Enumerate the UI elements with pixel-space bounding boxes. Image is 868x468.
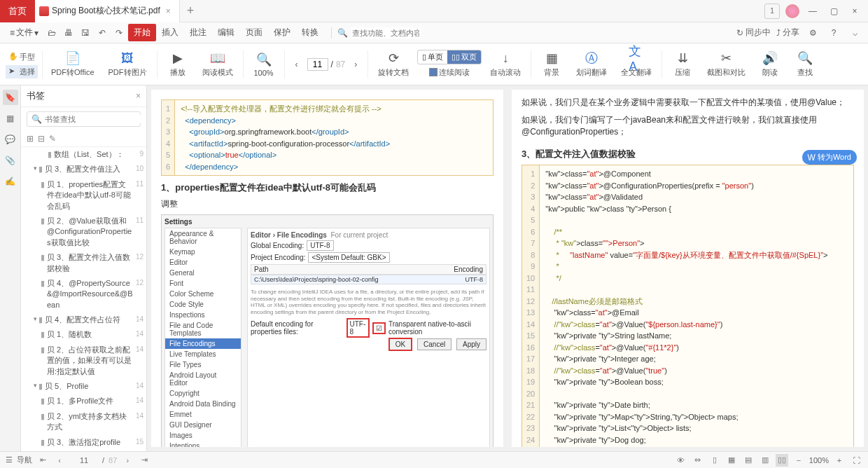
print-icon[interactable]: 🖶 — [61, 25, 76, 41]
tool-screenshot[interactable]: ✂截图和对比 — [701, 48, 751, 81]
tab-close-icon[interactable]: × — [163, 6, 174, 16]
page-next-icon[interactable]: › — [348, 57, 363, 72]
status-zoom[interactable]: 100% — [809, 456, 829, 464]
view-mode-1-icon[interactable]: ▦ — [725, 454, 738, 467]
sidebar-close-icon[interactable]: × — [136, 91, 141, 101]
zoom-out-icon[interactable]: − — [792, 454, 805, 467]
page-prev-icon[interactable]: ‹ — [289, 57, 304, 72]
convert-to-word-button[interactable]: W 转为Word — [802, 150, 857, 165]
undo-icon[interactable]: ↶ — [94, 25, 110, 41]
sidebar-search[interactable]: 🔍 — [27, 111, 141, 127]
collapse-all-icon[interactable]: ⊟ — [38, 134, 45, 144]
nav-prev-icon[interactable]: ‹ — [53, 454, 66, 467]
status-page[interactable]: 11 — [70, 456, 98, 464]
sync-status[interactable]: ↻ 同步中 — [736, 27, 771, 39]
file-menu[interactable]: ≡ 文件 ▾ — [6, 25, 43, 40]
tab-home[interactable]: 首页 — [0, 0, 35, 22]
view-double[interactable]: ▯▯ 双页 — [447, 50, 481, 64]
settings-icon[interactable]: ⚙ — [805, 25, 820, 41]
tool-word-translate[interactable]: Ⓐ划词翻译 — [570, 48, 612, 81]
save-icon[interactable]: 🖫 — [78, 25, 93, 41]
window-count: 1 — [764, 4, 780, 19]
tool-hand[interactable]: ✋手型 — [6, 50, 38, 64]
view-mode-2-icon[interactable]: ▤ — [742, 454, 755, 467]
sidebar-search-input[interactable] — [45, 115, 141, 123]
page-total: 87 — [336, 60, 345, 69]
open-icon[interactable]: 🗁 — [44, 25, 59, 41]
nav-last-icon[interactable]: ⇥ — [138, 454, 150, 467]
help-icon[interactable]: ? — [826, 25, 841, 41]
menu-插入[interactable]: 插入 — [156, 24, 184, 41]
bookmark-item[interactable]: ▮贝 1、多Profile文件14 — [21, 394, 146, 408]
tool-find[interactable]: 🔍查找 — [789, 48, 821, 81]
menu-批注[interactable]: 批注 — [184, 24, 212, 41]
label-adjust: 调整 — [161, 198, 493, 210]
bookmark-item[interactable]: ▮贝 2、yml支持多文档块方式14 — [21, 409, 146, 435]
tool-play[interactable]: ▶播放 — [162, 48, 194, 81]
close-window-icon[interactable]: × — [847, 4, 862, 19]
tool-zoom[interactable]: 🔍100% — [248, 49, 280, 80]
nav-next-icon[interactable]: › — [121, 454, 134, 467]
fit-page-icon[interactable]: ▯ — [708, 454, 721, 467]
view-single[interactable]: ▯ 单页 — [418, 50, 447, 64]
iconbar-attachments-icon[interactable]: 📎 — [3, 153, 18, 168]
tool-compress[interactable]: ⇊压缩 — [666, 48, 699, 81]
bookmark-item[interactable]: ▾▮贝 3、配置文件值注入10 — [21, 162, 146, 177]
bookmark-item[interactable]: ▾▮贝 4、配置文件占位符14 — [21, 312, 146, 327]
expand-all-icon[interactable]: ⊞ — [27, 134, 34, 144]
page-left: 123456 <!--导入配置文件处理器，配置文件进行绑定就会有提示 --> <… — [151, 90, 503, 447]
user-avatar[interactable] — [785, 4, 799, 18]
tab-file-active[interactable]: Spring Boot核心技术笔记.pdf × — [35, 0, 180, 22]
zoom-in-icon[interactable]: + — [833, 454, 846, 467]
menu-编辑[interactable]: 编辑 — [212, 24, 240, 41]
menu-search[interactable]: 🔍 — [331, 27, 421, 39]
bookmark-item[interactable]: ▮贝 1、随机数14 — [21, 327, 146, 342]
bookmark-item[interactable]: ▮贝 2、@Value获取值和@ConfigurationProperties获… — [21, 214, 146, 250]
bookmark-item[interactable]: ▮贝 4、@PropertySource&@ImportResource&@Be… — [21, 276, 146, 312]
bookmark-item[interactable]: ▮贝 2、占位符获取之前配置的值，如果没有可以是用:指定默认值14 — [21, 343, 146, 379]
add-bookmark-icon[interactable]: ✎ — [49, 134, 56, 144]
bookmark-item[interactable]: ▮贝 1、properties配置文件在idea中默认utf-8可能会乱码11 — [21, 177, 146, 214]
menu-开始[interactable]: 开始 — [128, 24, 156, 41]
menu-转换[interactable]: 转换 — [296, 24, 324, 41]
page-right: 如果说，我们只是在某个业务逻辑中需要获取一下配置文件中的某项值，使用@Value… — [512, 90, 864, 447]
minimize-icon[interactable]: — — [805, 4, 820, 19]
menu-页面[interactable]: 页面 — [240, 24, 268, 41]
nav-toggle-icon[interactable]: ☰ — [6, 455, 13, 464]
chevron-down-icon[interactable]: ⌵ — [847, 25, 862, 41]
iconbar-signature-icon[interactable]: ✍ — [3, 174, 18, 189]
bookmark-item[interactable]: ▾▮贝 5、Profile14 — [21, 379, 146, 394]
iconbar-thumbnails-icon[interactable]: ▦ — [3, 111, 18, 126]
share-button[interactable]: ⤴ 分享 — [776, 27, 799, 39]
fit-width-icon[interactable]: ⇔ — [692, 454, 704, 467]
tool-background[interactable]: ▦背景 — [536, 48, 568, 81]
menu-search-input[interactable] — [351, 27, 421, 39]
view-mode-4-icon[interactable]: ▯▯ — [776, 454, 788, 467]
redo-icon[interactable]: ↷ — [111, 25, 127, 41]
bookmark-item[interactable]: ▮数组（List、Set）：9 — [21, 147, 146, 162]
tool-rotate[interactable]: ⟳旋转文档 — [372, 48, 414, 81]
tool-autoscroll[interactable]: ↓自动滚动 — [484, 48, 526, 81]
maximize-icon[interactable]: ▢ — [826, 4, 841, 19]
iconbar-comments-icon[interactable]: 💬 — [3, 132, 18, 147]
view-mode-3-icon[interactable]: ▥ — [759, 454, 771, 467]
view-eye-icon[interactable]: 👁 — [675, 454, 687, 467]
tool-pdf-to-office[interactable]: 📄PDF转Office — [46, 48, 100, 81]
code-xml-dep: 123456 <!--导入配置文件处理器，配置文件进行绑定就会有提示 --> <… — [161, 99, 493, 176]
iconbar-bookmark-icon[interactable]: 🔖 — [3, 90, 18, 105]
tool-reader-mode[interactable]: 📖阅读模式 — [197, 48, 239, 81]
tool-full-translate[interactable]: 文A全文翻译 — [615, 48, 657, 81]
fullscreen-icon[interactable]: ⛶ — [850, 454, 862, 467]
continuous-read[interactable]: 连续阅读 — [426, 66, 472, 79]
nav-first-icon[interactable]: ⇤ — [36, 454, 49, 467]
bookmark-item[interactable]: ▮贝 3、激活指定profile15 — [21, 435, 146, 450]
ok-button: OK — [388, 338, 412, 351]
menu-保护[interactable]: 保护 — [268, 24, 296, 41]
tab-filename: Spring Boot核心技术笔记.pdf — [52, 5, 160, 17]
tab-add-button[interactable]: + — [180, 4, 202, 18]
tool-pdf-to-image[interactable]: 🖼PDF转图片 — [103, 48, 153, 81]
tool-select[interactable]: ➤选择 — [6, 65, 38, 78]
bookmark-item[interactable]: ▮贝 3、配置文件注入值数据校验12 — [21, 250, 146, 276]
page-input[interactable] — [307, 58, 328, 71]
tool-read-aloud[interactable]: 🔊朗读 — [754, 48, 786, 81]
